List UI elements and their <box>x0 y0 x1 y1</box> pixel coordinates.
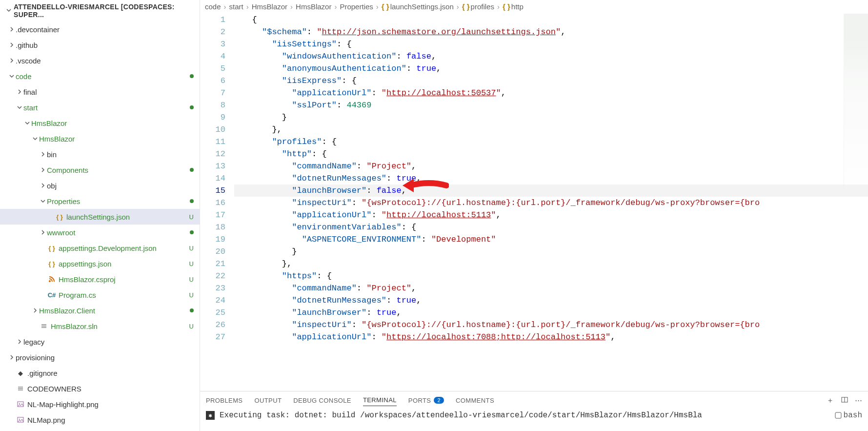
folder-item[interactable]: .vscode <box>0 53 200 68</box>
file-item[interactable]: C#Program.csU <box>0 287 200 303</box>
code-line[interactable]: "ASPNETCORE_ENVIRONMENT": "Development" <box>234 233 868 246</box>
file-item[interactable]: NL-Map-Highlight.png <box>0 396 200 412</box>
more-icon[interactable]: ⋯ <box>855 396 862 405</box>
folder-item[interactable]: HmsBlazor <box>0 131 200 146</box>
folder-item[interactable]: .devcontainer <box>0 21 200 37</box>
line-number: 24 <box>200 294 225 307</box>
code-line[interactable]: } <box>234 246 868 258</box>
code-line[interactable]: "applicationUrl": "http://localhost:5113… <box>234 209 868 221</box>
breadcrumb[interactable]: code›start›HmsBlazor›HmsBlazor›Propertie… <box>200 0 868 14</box>
line-number: 19 <box>200 233 225 246</box>
code-line[interactable]: "dotnetRunMessages": true, <box>234 294 868 307</box>
code-line[interactable]: "http": { <box>234 148 868 160</box>
file-item[interactable]: ◆.gitignore <box>0 365 200 381</box>
code-line[interactable]: } <box>234 111 868 123</box>
code-line[interactable]: "inspectUri": "{wsProtocol}://{url.hostn… <box>234 197 868 209</box>
code-line[interactable]: }, <box>234 258 868 270</box>
panel-tab-terminal[interactable]: TERMINAL <box>363 394 397 406</box>
panel-tab-output[interactable]: OUTPUT <box>254 395 282 406</box>
folder-item[interactable]: HmsBlazor.Client <box>0 303 200 318</box>
folder-item[interactable]: obj <box>0 178 200 193</box>
code-line[interactable]: "commandName": "Project", <box>234 160 868 172</box>
line-number: 26 <box>200 319 225 331</box>
folder-item[interactable]: legacy <box>0 334 200 349</box>
line-number: 6 <box>200 75 225 87</box>
folder-item[interactable]: code <box>0 68 200 84</box>
breadcrumb-item[interactable]: { }launchSettings.json <box>382 2 454 11</box>
file-item[interactable]: { }appsettings.Development.jsonU <box>0 240 200 256</box>
panel-tabs: PROBLEMSOUTPUTDEBUG CONSOLETERMINALPORTS… <box>200 391 868 409</box>
split-terminal-icon[interactable] <box>841 396 848 405</box>
file-item[interactable]: { }appsettings.jsonU <box>0 256 200 271</box>
code-line[interactable]: "inspectUri": "{wsProtocol}://{url.hostn… <box>234 319 868 331</box>
folder-item[interactable]: .github <box>0 37 200 53</box>
code-line[interactable]: "sslPort": 44369 <box>234 99 868 111</box>
folder-item[interactable]: HmsBlazor <box>0 115 200 131</box>
line-number: 10 <box>200 123 225 136</box>
new-terminal-icon[interactable]: ＋ <box>827 396 834 405</box>
breadcrumb-item[interactable]: { }http <box>503 2 524 11</box>
code-line[interactable]: "windowsAuthentication": false, <box>234 50 868 62</box>
code-line[interactable]: "commandName": "Project", <box>234 282 868 294</box>
minimap[interactable] <box>844 14 868 189</box>
file-item[interactable]: HmsBlazor.csprojU <box>0 271 200 287</box>
folder-item[interactable]: final <box>0 84 200 100</box>
folder-item[interactable]: start <box>0 100 200 115</box>
panel-tab-problems[interactable]: PROBLEMS <box>206 395 242 406</box>
breadcrumb-item[interactable]: start <box>229 2 243 11</box>
code-line[interactable]: "https": { <box>234 270 868 282</box>
code-line[interactable]: "environmentVariables": { <box>234 221 868 233</box>
file-item[interactable]: CODEOWNERS <box>0 381 200 396</box>
explorer-header[interactable]: ATTENDEELLO-VRIESMARCEL [CODESPACES: SUP… <box>0 0 200 21</box>
line-number: 9 <box>200 111 225 123</box>
line-number: 21 <box>200 258 225 270</box>
line-number: 20 <box>200 246 225 258</box>
bottom-panel: PROBLEMSOUTPUTDEBUG CONSOLETERMINALPORTS… <box>200 391 868 431</box>
line-number: 8 <box>200 99 225 111</box>
code-line[interactable]: "dotnetRunMessages": true, <box>234 172 868 185</box>
line-number: 15 <box>200 185 225 197</box>
code-line[interactable]: "iisExpress": { <box>234 75 868 87</box>
terminal-shell-label[interactable]: bash <box>835 411 862 420</box>
file-item[interactable]: HmsBlazor.slnU <box>0 318 200 334</box>
breadcrumb-item[interactable]: HmsBlazor <box>252 2 287 11</box>
folder-item[interactable]: Properties <box>0 193 200 209</box>
workspace-title: ATTENDEELLO-VRIESMARCEL [CODESPACES: SUP… <box>14 3 194 19</box>
panel-tab-debug-console[interactable]: DEBUG CONSOLE <box>293 395 351 406</box>
code-line[interactable]: "applicationUrl": "https://localhost:708… <box>234 331 868 343</box>
line-number: 12 <box>200 148 225 160</box>
folder-item[interactable]: bin <box>0 146 200 162</box>
panel-tab-ports[interactable]: PORTS2 <box>408 395 444 406</box>
line-number: 2 <box>200 26 225 38</box>
panel-actions: ＋⋯ <box>827 396 862 405</box>
folder-item[interactable]: provisioning <box>0 349 200 365</box>
breadcrumb-item[interactable]: Properties <box>340 2 373 11</box>
code-line[interactable]: "anonymousAuthentication": true, <box>234 62 868 75</box>
breadcrumb-item[interactable]: code <box>205 2 221 11</box>
terminal-body[interactable]: ✱ Executing task: dotnet: build /workspa… <box>200 409 868 422</box>
folder-item[interactable]: Components <box>0 162 200 178</box>
breadcrumb-item[interactable]: { }profiles <box>462 2 494 11</box>
line-number: 23 <box>200 282 225 294</box>
breadcrumb-separator: › <box>376 2 379 11</box>
file-item[interactable]: NLMap.png <box>0 412 200 428</box>
breadcrumb-item[interactable]: HmsBlazor <box>296 2 331 11</box>
terminal-task-text: Executing task: dotnet: build /workspace… <box>220 411 830 420</box>
code-line[interactable]: "profiles": { <box>234 136 868 148</box>
folder-item[interactable]: wwwroot <box>0 225 200 240</box>
file-item[interactable]: { }launchSettings.jsonU <box>0 209 200 225</box>
code-line[interactable]: "launchBrowser": false, <box>234 185 868 197</box>
code-line[interactable]: "launchBrowser": true, <box>234 307 868 319</box>
line-number: 3 <box>200 38 225 50</box>
panel-tab-comments[interactable]: COMMENTS <box>456 395 494 406</box>
code-line[interactable]: { <box>234 14 868 26</box>
code-lines[interactable]: { "$schema": "http://json.schemastore.or… <box>234 14 868 391</box>
chevron-down-icon <box>6 7 12 15</box>
code-line[interactable]: "iisSettings": { <box>234 38 868 50</box>
code-editor[interactable]: 1234567891011121314151617181920212223242… <box>200 14 868 391</box>
line-number: 25 <box>200 307 225 319</box>
code-line[interactable]: }, <box>234 123 868 136</box>
line-number: 5 <box>200 62 225 75</box>
code-line[interactable]: "$schema": "http://json.schemastore.org/… <box>234 26 868 38</box>
code-line[interactable]: "applicationUrl": "http://localhost:5053… <box>234 87 868 99</box>
